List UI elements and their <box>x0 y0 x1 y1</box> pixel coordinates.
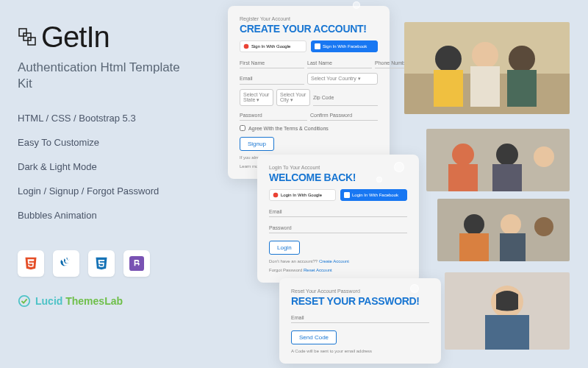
first-name-input[interactable] <box>240 58 304 68</box>
city-select[interactable]: Select Your City ▾ <box>276 89 310 106</box>
footer-brand: Lucid ThemesLab <box>18 294 188 308</box>
reset-card: Reset Your Account Password RESET YOUR P… <box>279 278 441 364</box>
svg-rect-28 <box>500 233 526 261</box>
svg-rect-22 <box>492 164 522 191</box>
signup-button[interactable]: Signup <box>240 137 274 151</box>
reset-email-input[interactable] <box>291 313 429 323</box>
terms-checkbox[interactable] <box>240 125 245 131</box>
feature-item: Bubbles Animation <box>18 210 188 221</box>
google-icon <box>243 43 249 49</box>
facebook-login-button[interactable]: Login In With Facebook <box>340 189 407 201</box>
svg-rect-8 <box>344 192 350 198</box>
facebook-icon <box>344 192 350 198</box>
google-icon <box>273 192 279 198</box>
signup-card: Register Your Account CREATE YOUR ACCOUN… <box>228 6 390 179</box>
html5-icon <box>18 250 44 277</box>
svg-point-26 <box>534 217 553 236</box>
svg-point-19 <box>496 144 518 166</box>
country-select[interactable]: Select Your Country ▾ <box>307 73 378 85</box>
state-select[interactable]: Select Your State ▾ <box>240 89 273 106</box>
css3-icon <box>88 250 115 277</box>
last-name-input[interactable] <box>307 58 372 68</box>
google-login-button[interactable]: Login In With Google <box>269 189 336 201</box>
login-helper1: Don't have an account?? Create Account <box>269 259 407 263</box>
email-input[interactable] <box>240 73 304 85</box>
svg-rect-6 <box>315 43 320 49</box>
logo: GetIn <box>18 21 188 54</box>
svg-rect-1 <box>24 33 31 40</box>
login-helper2: Forgot Password Reset Account <box>269 268 407 272</box>
svg-point-12 <box>472 42 498 68</box>
tech-icons <box>18 250 188 277</box>
reset-account-link[interactable]: Reset Account <box>304 268 332 272</box>
svg-rect-2 <box>28 38 35 45</box>
feature-item: Dark & Light Mode <box>18 161 188 172</box>
send-code-button[interactable]: Send Code <box>291 330 337 344</box>
confirm-password-input[interactable] <box>310 110 378 121</box>
svg-point-25 <box>501 214 521 235</box>
svg-point-5 <box>244 44 249 49</box>
create-account-link[interactable]: Create Account <box>319 259 349 263</box>
reset-title: RESET YOUR PASSWORD! <box>291 295 429 307</box>
password-input[interactable] <box>240 110 307 121</box>
login-password-input[interactable] <box>269 223 407 233</box>
reset-pretitle: Reset Your Account Password <box>291 289 429 294</box>
svg-point-20 <box>534 146 554 167</box>
svg-point-24 <box>464 214 484 235</box>
svg-rect-16 <box>507 70 537 107</box>
photo-support <box>445 272 570 350</box>
photo-collaboration <box>404 22 570 114</box>
feature-item: HTML / CSS / Bootstrap 5.3 <box>18 113 188 124</box>
jquery-icon <box>53 250 79 277</box>
logo-icon <box>18 27 38 48</box>
signup-pretitle: Register Your Account <box>240 16 378 21</box>
svg-rect-21 <box>448 164 478 191</box>
login-button[interactable]: Login <box>269 241 300 255</box>
feature-item: Easy To Customize <box>18 137 188 148</box>
zip-input[interactable] <box>313 89 378 106</box>
login-email-input[interactable] <box>269 207 407 217</box>
photo-teamwork <box>426 129 570 191</box>
login-title: WELCOME BACK! <box>269 171 407 183</box>
feature-item: Login / Signup / Forgot Password <box>18 185 188 197</box>
bootstrap-icon <box>123 250 150 277</box>
svg-point-13 <box>509 46 535 72</box>
signup-title: CREATE YOUR ACCOUNT! <box>240 23 378 35</box>
google-signin-button[interactable]: Sign In With Google <box>240 40 306 52</box>
svg-point-18 <box>452 144 474 166</box>
feature-list: HTML / CSS / Bootstrap 5.3 Easy To Custo… <box>18 113 188 221</box>
svg-rect-0 <box>19 29 26 36</box>
facebook-signin-button[interactable]: Sign In With Facebook <box>311 40 378 52</box>
reset-helper: A Code will be sent to your email addres… <box>291 349 429 353</box>
subtitle: Authentication Html Template Kit <box>18 60 188 92</box>
svg-point-11 <box>435 46 462 72</box>
brand-icon <box>18 294 31 308</box>
brand-name: GetIn <box>41 21 110 54</box>
facebook-icon <box>315 43 320 49</box>
login-pretitle: Login To Your Account <box>269 165 407 170</box>
svg-rect-15 <box>470 66 500 107</box>
login-card: Login To Your Account WELCOME BACK! Logi… <box>257 155 419 283</box>
svg-point-7 <box>273 193 279 198</box>
photo-discussion <box>437 199 570 261</box>
svg-rect-31 <box>485 315 529 350</box>
svg-point-4 <box>19 296 29 306</box>
svg-rect-14 <box>434 70 463 107</box>
svg-rect-27 <box>459 233 489 261</box>
